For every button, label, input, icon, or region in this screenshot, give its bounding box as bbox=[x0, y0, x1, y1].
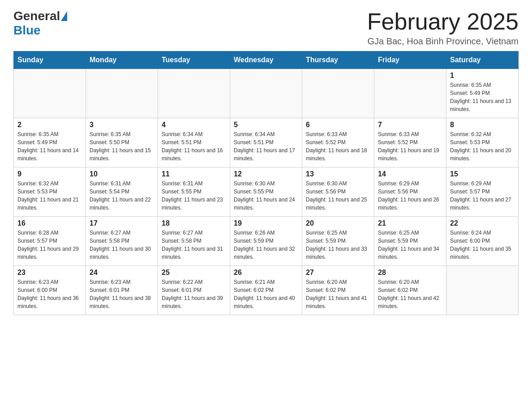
calendar-cell: 5Sunrise: 6:34 AMSunset: 5:51 PMDaylight… bbox=[230, 118, 302, 167]
title-section: February 2025 GJa Bac, Hoa Binh Province… bbox=[367, 9, 519, 47]
calendar-cell: 19Sunrise: 6:26 AMSunset: 5:59 PMDayligh… bbox=[230, 217, 302, 266]
day-info: Sunrise: 6:34 AMSunset: 5:51 PMDaylight:… bbox=[234, 130, 298, 163]
calendar-cell: 21Sunrise: 6:25 AMSunset: 5:59 PMDayligh… bbox=[374, 217, 446, 266]
calendar-cell: 8Sunrise: 6:32 AMSunset: 5:53 PMDaylight… bbox=[446, 118, 519, 167]
day-number: 10 bbox=[90, 170, 154, 178]
day-number: 24 bbox=[90, 269, 154, 277]
day-number: 7 bbox=[378, 121, 442, 129]
calendar-cell: 11Sunrise: 6:31 AMSunset: 5:55 PMDayligh… bbox=[158, 167, 230, 217]
day-info: Sunrise: 6:28 AMSunset: 5:57 PMDaylight:… bbox=[17, 229, 82, 261]
day-info: Sunrise: 6:20 AMSunset: 6:02 PMDaylight:… bbox=[378, 278, 442, 310]
calendar-cell: 27Sunrise: 6:20 AMSunset: 6:02 PMDayligh… bbox=[302, 266, 374, 315]
weekday-header-row: SundayMondayTuesdayWednesdayThursdayFrid… bbox=[14, 51, 519, 69]
day-number: 28 bbox=[378, 269, 442, 277]
day-info: Sunrise: 6:30 AMSunset: 5:55 PMDaylight:… bbox=[234, 180, 298, 212]
day-info: Sunrise: 6:25 AMSunset: 5:59 PMDaylight:… bbox=[306, 229, 370, 261]
day-info: Sunrise: 6:20 AMSunset: 6:02 PMDaylight:… bbox=[306, 278, 370, 310]
day-info: Sunrise: 6:31 AMSunset: 5:55 PMDaylight:… bbox=[162, 180, 226, 212]
calendar-cell: 26Sunrise: 6:21 AMSunset: 6:02 PMDayligh… bbox=[230, 266, 302, 315]
calendar-cell: 16Sunrise: 6:28 AMSunset: 5:57 PMDayligh… bbox=[14, 217, 86, 266]
day-number: 13 bbox=[306, 170, 370, 178]
day-info: Sunrise: 6:30 AMSunset: 5:56 PMDaylight:… bbox=[306, 180, 370, 212]
weekday-header-wednesday: Wednesday bbox=[230, 51, 302, 69]
day-number: 25 bbox=[162, 269, 226, 277]
day-number: 20 bbox=[306, 219, 370, 227]
weekday-header-monday: Monday bbox=[86, 51, 158, 69]
calendar-cell: 9Sunrise: 6:32 AMSunset: 5:53 PMDaylight… bbox=[14, 167, 86, 217]
day-number: 3 bbox=[90, 121, 154, 129]
day-info: Sunrise: 6:35 AMSunset: 5:49 PMDaylight:… bbox=[450, 81, 515, 113]
day-number: 18 bbox=[162, 219, 226, 227]
calendar-cell: 3Sunrise: 6:35 AMSunset: 5:50 PMDaylight… bbox=[86, 118, 158, 167]
calendar-cell: 6Sunrise: 6:33 AMSunset: 5:52 PMDaylight… bbox=[302, 118, 374, 167]
day-number: 14 bbox=[378, 170, 442, 178]
day-number: 27 bbox=[306, 269, 370, 277]
logo-blue-text: Blue bbox=[13, 23, 41, 37]
day-number: 11 bbox=[162, 170, 226, 178]
day-info: Sunrise: 6:35 AMSunset: 5:49 PMDaylight:… bbox=[17, 130, 82, 163]
calendar-cell: 15Sunrise: 6:29 AMSunset: 5:57 PMDayligh… bbox=[446, 167, 519, 217]
day-number: 15 bbox=[450, 170, 515, 178]
day-info: Sunrise: 6:29 AMSunset: 5:57 PMDaylight:… bbox=[450, 180, 515, 212]
logo-general-text: General bbox=[13, 9, 60, 23]
calendar-cell: 22Sunrise: 6:24 AMSunset: 6:00 PMDayligh… bbox=[446, 217, 519, 266]
calendar-cell: 1Sunrise: 6:35 AMSunset: 5:49 PMDaylight… bbox=[446, 69, 519, 118]
day-number: 19 bbox=[234, 219, 298, 227]
calendar-week-row: 1Sunrise: 6:35 AMSunset: 5:49 PMDaylight… bbox=[14, 69, 519, 118]
weekday-header-saturday: Saturday bbox=[446, 51, 519, 69]
calendar-cell: 7Sunrise: 6:33 AMSunset: 5:52 PMDaylight… bbox=[374, 118, 446, 167]
calendar-cell bbox=[158, 69, 230, 118]
day-info: Sunrise: 6:34 AMSunset: 5:51 PMDaylight:… bbox=[162, 130, 226, 163]
calendar-cell bbox=[86, 69, 158, 118]
calendar-cell bbox=[302, 69, 374, 118]
day-info: Sunrise: 6:24 AMSunset: 6:00 PMDaylight:… bbox=[450, 229, 515, 261]
calendar-cell: 14Sunrise: 6:29 AMSunset: 5:56 PMDayligh… bbox=[374, 167, 446, 217]
day-number: 16 bbox=[17, 219, 82, 227]
day-info: Sunrise: 6:32 AMSunset: 5:53 PMDaylight:… bbox=[17, 180, 82, 212]
calendar-cell bbox=[230, 69, 302, 118]
calendar-cell: 13Sunrise: 6:30 AMSunset: 5:56 PMDayligh… bbox=[302, 167, 374, 217]
day-number: 12 bbox=[234, 170, 298, 178]
day-number: 22 bbox=[450, 219, 515, 227]
day-info: Sunrise: 6:23 AMSunset: 6:00 PMDaylight:… bbox=[17, 278, 82, 310]
calendar-cell bbox=[374, 69, 446, 118]
day-info: Sunrise: 6:27 AMSunset: 5:58 PMDaylight:… bbox=[90, 229, 154, 261]
day-number: 23 bbox=[17, 269, 82, 277]
day-number: 21 bbox=[378, 219, 442, 227]
calendar-cell: 10Sunrise: 6:31 AMSunset: 5:54 PMDayligh… bbox=[86, 167, 158, 217]
day-number: 9 bbox=[17, 170, 82, 178]
calendar-table: SundayMondayTuesdayWednesdayThursdayFrid… bbox=[13, 51, 519, 315]
calendar-cell: 12Sunrise: 6:30 AMSunset: 5:55 PMDayligh… bbox=[230, 167, 302, 217]
day-info: Sunrise: 6:22 AMSunset: 6:01 PMDaylight:… bbox=[162, 278, 226, 310]
weekday-header-friday: Friday bbox=[374, 51, 446, 69]
day-info: Sunrise: 6:29 AMSunset: 5:56 PMDaylight:… bbox=[378, 180, 442, 212]
day-info: Sunrise: 6:26 AMSunset: 5:59 PMDaylight:… bbox=[234, 229, 298, 261]
calendar-cell: 25Sunrise: 6:22 AMSunset: 6:01 PMDayligh… bbox=[158, 266, 230, 315]
calendar-cell: 23Sunrise: 6:23 AMSunset: 6:00 PMDayligh… bbox=[14, 266, 86, 315]
calendar-cell: 2Sunrise: 6:35 AMSunset: 5:49 PMDaylight… bbox=[14, 118, 86, 167]
day-number: 17 bbox=[90, 219, 154, 227]
calendar-cell: 20Sunrise: 6:25 AMSunset: 5:59 PMDayligh… bbox=[302, 217, 374, 266]
day-info: Sunrise: 6:31 AMSunset: 5:54 PMDaylight:… bbox=[90, 180, 154, 212]
day-info: Sunrise: 6:21 AMSunset: 6:02 PMDaylight:… bbox=[234, 278, 298, 310]
day-info: Sunrise: 6:35 AMSunset: 5:50 PMDaylight:… bbox=[90, 130, 154, 163]
location-text: GJa Bac, Hoa Binh Province, Vietnam bbox=[367, 36, 519, 47]
day-number: 5 bbox=[234, 121, 298, 129]
calendar-cell: 4Sunrise: 6:34 AMSunset: 5:51 PMDaylight… bbox=[158, 118, 230, 167]
day-number: 6 bbox=[306, 121, 370, 129]
month-title: February 2025 bbox=[367, 9, 519, 34]
calendar-cell: 28Sunrise: 6:20 AMSunset: 6:02 PMDayligh… bbox=[374, 266, 446, 315]
day-number: 8 bbox=[450, 121, 515, 129]
calendar-week-row: 2Sunrise: 6:35 AMSunset: 5:49 PMDaylight… bbox=[14, 118, 519, 167]
calendar-week-row: 16Sunrise: 6:28 AMSunset: 5:57 PMDayligh… bbox=[14, 217, 519, 266]
calendar-cell: 18Sunrise: 6:27 AMSunset: 5:58 PMDayligh… bbox=[158, 217, 230, 266]
day-info: Sunrise: 6:23 AMSunset: 6:01 PMDaylight:… bbox=[90, 278, 154, 310]
calendar-week-row: 23Sunrise: 6:23 AMSunset: 6:00 PMDayligh… bbox=[14, 266, 519, 315]
day-number: 2 bbox=[17, 121, 82, 129]
day-info: Sunrise: 6:25 AMSunset: 5:59 PMDaylight:… bbox=[378, 229, 442, 261]
calendar-cell bbox=[446, 266, 519, 315]
logo: General Blue bbox=[13, 9, 68, 38]
weekday-header-sunday: Sunday bbox=[14, 51, 86, 69]
weekday-header-thursday: Thursday bbox=[302, 51, 374, 69]
page-header: General Blue February 2025 GJa Bac, Hoa … bbox=[13, 9, 519, 47]
